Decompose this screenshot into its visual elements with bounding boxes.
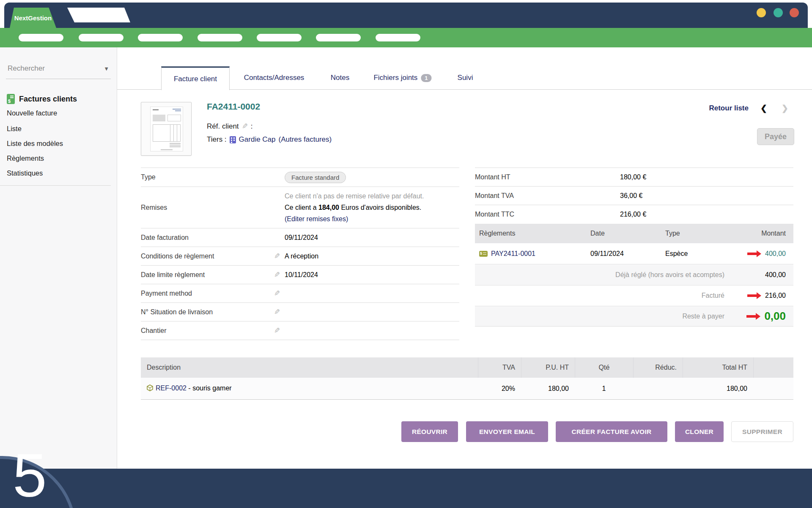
inactive-browser-tab[interactable] (67, 8, 130, 22)
sidebar-item-nouvelle-facture[interactable]: Nouvelle facture (7, 109, 57, 117)
status-badge: Payée (757, 128, 794, 145)
tab-facture-client[interactable]: Facture client (161, 66, 230, 90)
line-pu-ht: 180,00 (521, 385, 575, 393)
sidebar-section-factures-clients[interactable]: Factures clients (7, 94, 77, 104)
line-total-ht: 180,00 (683, 385, 753, 393)
invoice-details-table: Type Facture standard Remises Ce client … (141, 168, 459, 340)
payment-amount: 400,00 (765, 250, 786, 258)
col-qte: Qté (575, 357, 633, 378)
facture-label: Facturé (479, 292, 737, 299)
type-label: Type (141, 173, 274, 181)
menu-pill-3[interactable] (138, 34, 183, 41)
chevron-down-icon[interactable]: ▼ (104, 66, 109, 72)
date-facturation-value: 09/11/2024 (285, 234, 318, 242)
menu-pill-1[interactable] (19, 34, 63, 41)
montant-ht-value: 180,00 € (620, 173, 646, 181)
menu-pill-5[interactable] (257, 34, 302, 41)
menu-pill-2[interactable] (79, 34, 123, 41)
remise-line2: Ce client a 184,00 Euros d'avoirs dispon… (285, 202, 424, 213)
product-cube-icon (147, 384, 153, 393)
tab-fichiers-joints[interactable]: Fichiers joints 1 (373, 66, 431, 89)
edit-remises-link[interactable]: (Editer remises fixes) (285, 215, 348, 222)
montant-ht-label: Montant HT (475, 173, 620, 181)
conditions-label: Conditions de règlement (141, 253, 274, 260)
invoice-thumbnail[interactable] (141, 102, 192, 156)
edit-pencil-icon[interactable]: ✎ (274, 326, 280, 335)
ref-client-line: Réf. client ✎ : (207, 122, 253, 131)
payment-money-icon (479, 251, 488, 257)
remise-line1: Ce client n'a pas de remise relative par… (285, 190, 424, 202)
deja-regle-label: Déjà réglé (hors avoirs et acomptes) (479, 271, 737, 279)
payment-type: Espèce (665, 250, 737, 258)
product-ref-link[interactable]: REF-0002 (156, 384, 187, 392)
edit-pencil-icon[interactable]: ✎ (274, 308, 280, 316)
payments-col-type: Type (665, 230, 737, 237)
col-tva: TVA (478, 357, 521, 378)
deja-regle-value: 400,00 (765, 271, 786, 279)
sidebar-section-label: Factures clients (19, 95, 77, 104)
invoice-ref-title: FA2411-0002 (207, 102, 260, 112)
col-pu-ht: P.U. HT (521, 357, 575, 378)
supprimer-button[interactable]: SUPPRIMER (731, 421, 793, 442)
bottom-bar (0, 469, 812, 508)
row-montant-ttc: Montant TTC 216,00 € (475, 205, 793, 224)
sidebar-item-statistiques[interactable]: Statistiques (7, 169, 43, 177)
invoice-type-pill: Facture standard (285, 172, 346, 183)
window-dot-yellow-icon (757, 8, 766, 17)
tab-notes[interactable]: Notes (331, 66, 349, 89)
remises-label: Remises (141, 204, 274, 211)
montant-tva-label: Montant TVA (475, 192, 620, 200)
lines-header: Description TVA P.U. HT Qté Réduc. Total… (141, 357, 793, 378)
edit-pencil-icon[interactable]: ✎ (274, 270, 280, 279)
other-invoices-link[interactable]: (Autres factures) (279, 135, 332, 144)
line-tva: 20% (478, 385, 521, 393)
product-desc: - souris gamer (187, 384, 232, 392)
attachments-count-badge: 1 (421, 74, 431, 82)
cloner-button[interactable]: CLONER (675, 421, 724, 442)
prev-record-icon[interactable]: ❮ (760, 103, 767, 113)
envoyer-email-button[interactable]: ENVOYER EMAIL (466, 421, 548, 442)
reouvrir-button[interactable]: RÉOUVRIR (401, 421, 458, 442)
edit-pencil-icon[interactable]: ✎ (274, 289, 280, 298)
payments-col-reglements: Règlements (479, 230, 590, 237)
invoice-doc-icon (7, 94, 15, 104)
col-total-ht: Total HT (683, 357, 753, 378)
next-record-icon[interactable]: ❯ (782, 103, 788, 113)
date-facturation-label: Date facturation (141, 234, 274, 242)
tab-suivi[interactable]: Suivi (458, 66, 473, 89)
invoice-thumbnail-page (150, 107, 183, 151)
sidebar-item-liste-des-modeles[interactable]: Liste des modèles (7, 140, 63, 148)
red-arrow-icon (746, 313, 760, 320)
chantier-label: Chantier (141, 327, 274, 335)
payment-method-label: Payment method (141, 290, 274, 297)
tiers-name-link[interactable]: Gardie Cap (239, 135, 276, 144)
step-number: 5 (13, 445, 47, 506)
product-line-row: REF-0002 - souris gamer 20% 180,00 1 180… (141, 378, 793, 400)
menu-pill-7[interactable] (376, 34, 420, 41)
sidebar-item-liste[interactable]: Liste (7, 125, 22, 133)
brand-logo-text: NextGestion (14, 14, 52, 22)
menu-pill-6[interactable] (316, 34, 361, 41)
menu-pill-4[interactable] (198, 34, 242, 41)
row-reste-a-payer: Reste à payer 0,00 (475, 306, 793, 327)
search-input[interactable]: Rechercher ▼ (6, 62, 111, 79)
sidebar-divider (0, 185, 111, 186)
row-facture: Facturé 216,00 (475, 285, 793, 306)
row-montant-tva: Montant TVA 36,00 € (475, 186, 793, 205)
edit-pencil-icon[interactable]: ✎ (242, 122, 248, 131)
back-to-list-link[interactable]: Retour liste (698, 104, 749, 113)
red-arrow-icon (747, 250, 761, 257)
row-remises: Remises Ce client n'a pas de remise rela… (141, 187, 459, 228)
tab-contacts-adresses[interactable]: Contacts/Adresses (244, 66, 304, 89)
row-situation: N° Situation de livraison ✎ (141, 302, 459, 321)
sidebar-item-reglements[interactable]: Règlements (7, 154, 44, 162)
facture-value: 216,00 (765, 292, 786, 299)
edit-pencil-icon[interactable]: ✎ (274, 252, 280, 261)
tab-fichiers-joints-label: Fichiers joints (373, 74, 417, 82)
payment-ref-link[interactable]: PAY2411-0001 (491, 250, 535, 258)
montant-tva-value: 36,00 € (620, 192, 642, 200)
payment-row: PAY2411-0001 09/11/2024 Espèce 400,00 (475, 243, 793, 264)
row-payment-method: Payment method ✎ (141, 284, 459, 302)
avoir-amount: 184,00 (318, 204, 339, 211)
creer-facture-avoir-button[interactable]: CRÉER FACTURE AVOIR (556, 421, 667, 442)
